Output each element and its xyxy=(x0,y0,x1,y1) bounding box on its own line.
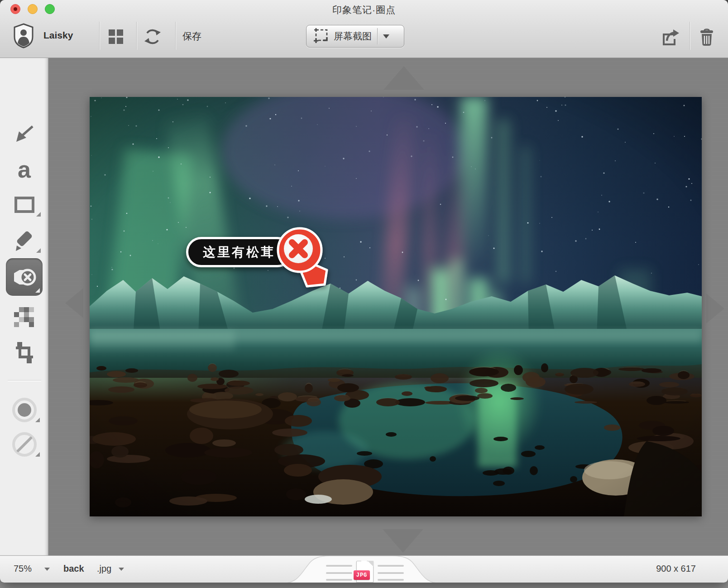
editor-canvas[interactable]: 这里有松茸 xyxy=(49,58,728,555)
arrow-icon xyxy=(14,123,35,145)
account-name[interactable]: Laisky xyxy=(43,30,73,41)
rectangle-icon xyxy=(14,196,35,214)
jpg-badge: JPG xyxy=(354,570,370,580)
zoom-caret-icon[interactable] xyxy=(44,568,50,571)
nav-up-arrow[interactable] xyxy=(383,66,424,90)
crop-icon xyxy=(14,342,35,363)
filename-label[interactable]: back xyxy=(63,564,84,574)
trash-icon[interactable] xyxy=(699,28,714,48)
titlebar-toolbar: 印象笔记·圈点 Laisky xyxy=(0,0,728,58)
statusbar: 75% back .jpg JPG 900 x 617 xyxy=(0,555,728,583)
tool-options-triangle xyxy=(36,212,41,217)
shape-tool[interactable] xyxy=(0,194,48,217)
marker-icon xyxy=(13,230,36,253)
window-title: 印象笔记·圈点 xyxy=(0,4,728,16)
stamp-x-icon xyxy=(11,267,38,287)
capture-label: 屏幕截图 xyxy=(334,30,372,43)
pixelate-tool[interactable] xyxy=(0,305,48,329)
grip-line xyxy=(378,565,404,567)
tool-options-triangle xyxy=(36,248,41,253)
app-window: 印象笔记·圈点 Laisky xyxy=(0,0,728,583)
zoom-level-dropdown[interactable]: 75% xyxy=(14,564,32,574)
crop-tool[interactable] xyxy=(0,341,48,364)
gallery-grid-icon[interactable] xyxy=(108,29,124,47)
text-tool-icon: a xyxy=(18,158,31,181)
nav-down-arrow[interactable] xyxy=(383,529,423,553)
grip-line xyxy=(378,572,404,574)
annotation-layer: 这里有松茸 xyxy=(90,97,702,516)
toolbar-separator xyxy=(136,22,137,50)
sidebar-divider xyxy=(8,381,41,381)
color-tool[interactable] xyxy=(0,397,48,423)
save-button[interactable]: 保存 xyxy=(182,30,201,43)
nav-left-arrow[interactable] xyxy=(65,288,83,318)
marker-tool[interactable] xyxy=(0,229,48,254)
share-icon[interactable] xyxy=(661,29,679,48)
stamp-x-marker[interactable] xyxy=(268,220,337,294)
nav-right-arrow[interactable] xyxy=(706,294,724,323)
grip-line xyxy=(326,565,352,567)
tool-options-triangle xyxy=(35,288,40,293)
grip-line xyxy=(378,579,404,581)
text-tool[interactable]: a xyxy=(0,157,48,182)
account-badge-icon[interactable] xyxy=(13,23,34,50)
grip-line xyxy=(326,579,352,581)
sync-icon[interactable] xyxy=(143,27,162,48)
capture-marquee-icon xyxy=(314,27,329,45)
color-swatch-icon xyxy=(11,397,38,423)
stamp-tool-selected[interactable] xyxy=(6,258,43,296)
screenshot-capture-button[interactable]: 屏幕截图 xyxy=(306,25,404,48)
pixelate-icon xyxy=(14,306,35,328)
photo-image[interactable]: 这里有松茸 xyxy=(90,97,702,516)
grip-line xyxy=(326,572,352,574)
extension-dropdown[interactable]: .jpg xyxy=(97,564,111,574)
chevron-down-icon[interactable] xyxy=(383,34,389,39)
no-fill-icon xyxy=(11,431,38,458)
stroke-none-tool[interactable] xyxy=(0,431,48,458)
toolbar-separator xyxy=(690,22,690,50)
tool-options-triangle xyxy=(35,452,40,457)
annotation-label: 这里有松茸 xyxy=(203,244,275,261)
tools-sidebar: a xyxy=(0,58,48,555)
tool-options-triangle xyxy=(35,418,40,422)
toolbar-separator xyxy=(99,22,100,50)
extension-caret-icon[interactable] xyxy=(119,568,124,571)
capture-divider xyxy=(377,28,378,44)
toolbar-separator xyxy=(175,22,176,50)
drag-export-widget[interactable]: JPG xyxy=(284,556,438,583)
image-dimensions-label: 900 x 617 xyxy=(656,564,696,574)
arrow-tool[interactable] xyxy=(0,121,48,147)
